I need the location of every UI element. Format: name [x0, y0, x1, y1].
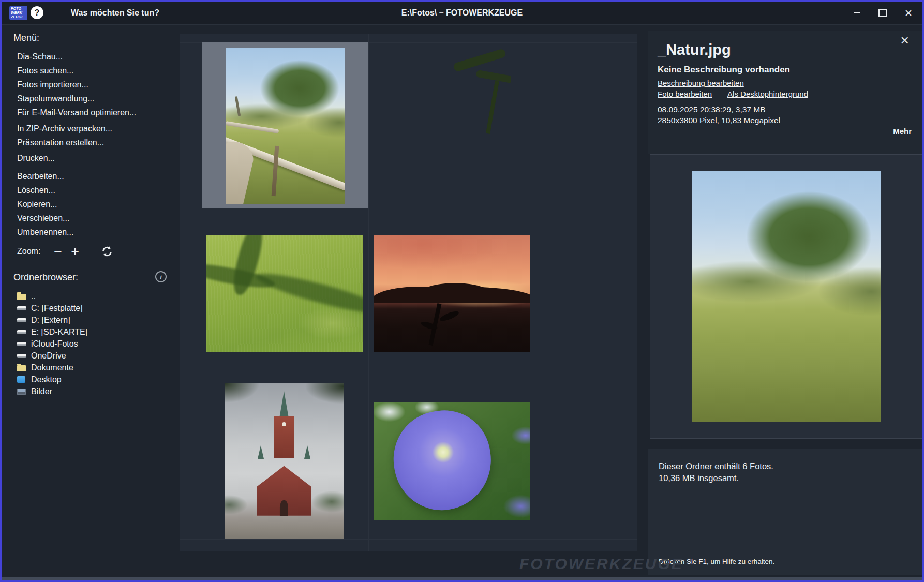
bottom-toolbar: ⚙ >_ [2, 574, 180, 575]
menu-item-drucken[interactable]: Drucken... [2, 151, 176, 165]
folder-item-d-drive[interactable]: D: [Extern] [17, 314, 176, 326]
sidebar: Menü: Dia-Schau... Fotos suchen... Fotos… [2, 25, 180, 580]
photo-thumbnail-sun-trees[interactable] [394, 47, 511, 203]
bottom-grip [2, 577, 922, 580]
no-description-label: Keine Beschreibung vorhanden [658, 65, 790, 75]
close-button[interactable]: ✕ [902, 6, 915, 20]
menu-item-stapelumwandlung[interactable]: Stapelumwandlung... [2, 92, 176, 106]
folder-item-label: iCloud-Fotos [31, 339, 78, 349]
logo-line: WERK- [11, 11, 27, 15]
photo-thumbnail-flower[interactable] [374, 402, 530, 520]
edit-description-link[interactable]: Beschreibung bearbeiten [658, 79, 744, 87]
photo-thumbnail-grass-shadow[interactable] [206, 235, 363, 352]
drive-icon [17, 318, 27, 322]
folder-item-label: .. [31, 292, 36, 301]
zoom-controls: Zoom: − + [17, 244, 113, 259]
drive-icon [17, 342, 27, 346]
title-bar: FOTO- WERK- ZEUGE ? Was möchten Sie tun?… [2, 2, 922, 25]
photo-date-size: 08.09.2025 20:38:29, 3,37 MB [658, 104, 780, 115]
picture-icon [17, 389, 27, 395]
folder-summary: Dieser Ordner enthält 6 Fotos. 10,36 MB … [659, 460, 773, 484]
watermark: FOTOWERKZEUGE [519, 555, 683, 573]
menu-item-praesentation[interactable]: Präsentation erstellen... [2, 136, 176, 150]
more-link[interactable]: Mehr [893, 127, 912, 136]
menu-item-fotos-suchen[interactable]: Fotos suchen... [2, 64, 176, 78]
toolbar-divider [2, 571, 180, 571]
folder-photo-count: Dieser Ordner enthält 6 Fotos. [659, 460, 773, 472]
help-button[interactable]: ? [31, 6, 43, 19]
prompt-label: Was möchten Sie tun? [71, 2, 159, 24]
menu-item-verschieben[interactable]: Verschieben... [2, 211, 176, 225]
folder-item-bilder[interactable]: Bilder [17, 385, 176, 397]
photo-metadata: 08.09.2025 20:38:29, 3,37 MB 2850x3800 P… [658, 104, 780, 126]
zoom-in-button[interactable]: + [71, 246, 79, 257]
folder-summary-panel: Dieser Ordner enthält 6 Fotos. 10,36 MB … [648, 449, 924, 575]
photo-thumbnail-church[interactable] [225, 383, 344, 539]
folder-item-up[interactable]: .. [17, 290, 176, 302]
folder-item-icloud[interactable]: iCloud-Fotos [17, 338, 176, 350]
folder-item-c-drive[interactable]: C: [Festplatte] [17, 302, 176, 314]
zoom-label: Zoom: [17, 247, 40, 256]
menu-item-zip-verpacken[interactable]: In ZIP-Archiv verpacken... [2, 122, 176, 136]
photo-thumbnail-sunset[interactable] [374, 235, 530, 352]
drive-icon [17, 306, 27, 310]
photo-preview-panel [650, 154, 922, 439]
photo-thumbnail-nature-fence[interactable] [226, 48, 345, 204]
folder-browser-header: Ordnerbrowser: [13, 272, 78, 283]
folder-item-e-drive[interactable]: E: [SD-KARTE] [17, 326, 176, 338]
desktop-icon [17, 376, 27, 383]
minimize-button[interactable] [850, 6, 863, 20]
photo-filename: _Natur.jpg [658, 41, 731, 58]
photo-details-panel: ✕ _Natur.jpg Keine Beschreibung vorhande… [648, 31, 924, 154]
app-logo-icon: FOTO- WERK- ZEUGE [9, 6, 27, 20]
zoom-out-button[interactable]: − [54, 246, 62, 257]
set-wallpaper-link[interactable]: Als Desktophintergrund [727, 89, 808, 98]
window-controls: ✕ [850, 2, 915, 24]
photo-dimensions: 2850x3800 Pixel, 10,83 Megapixel [658, 115, 780, 126]
folder-item-label: Desktop [31, 375, 62, 384]
folder-item-dokumente[interactable]: Dokumente [17, 362, 176, 374]
menu-list: Dia-Schau... Fotos suchen... Fotos impor… [2, 50, 176, 239]
drive-icon [17, 354, 27, 358]
folder-item-label: OneDrive [31, 351, 66, 361]
menu-item-kopieren[interactable]: Kopieren... [2, 197, 176, 211]
menu-item-email-optimieren[interactable]: Für E-Mail-Versand optimieren... [2, 106, 176, 120]
menu-item-fotos-importieren[interactable]: Fotos importieren... [2, 78, 176, 92]
folder-item-onedrive[interactable]: OneDrive [17, 350, 176, 362]
photo-grid [180, 34, 637, 551]
sidebar-divider [8, 264, 175, 264]
action-links: Foto bearbeiten Als Desktophintergrund [658, 89, 808, 98]
photo-preview [692, 171, 881, 422]
folder-item-label: D: [Extern] [31, 316, 70, 325]
folder-item-label: E: [SD-KARTE] [31, 327, 87, 337]
folder-item-label: Dokumente [31, 363, 73, 372]
menu-item-loeschen[interactable]: Löschen... [2, 183, 176, 197]
menu-header: Menü: [13, 33, 39, 43]
refresh-icon[interactable] [101, 245, 113, 258]
folder-total-size: 10,36 MB insgesamt. [659, 472, 773, 484]
close-details-icon[interactable]: ✕ [900, 35, 910, 47]
maximize-button[interactable] [876, 6, 889, 20]
folder-icon [17, 293, 27, 300]
folder-list: .. C: [Festplatte] D: [Extern] E: [SD-KA… [17, 290, 176, 397]
logo-line: FOTO- [11, 7, 27, 11]
edit-photo-link[interactable]: Foto bearbeiten [658, 89, 712, 98]
logo-line: ZEUGE [11, 15, 27, 19]
menu-item-diaschau[interactable]: Dia-Schau... [2, 50, 176, 64]
menu-item-bearbeiten[interactable]: Bearbeiten... [2, 169, 176, 183]
folder-item-desktop[interactable]: Desktop [17, 374, 176, 385]
app-window: FOTO- WERK- ZEUGE ? Was möchten Sie tun?… [0, 0, 924, 582]
menu-item-umbenennen[interactable]: Umbenennen... [2, 225, 176, 239]
info-icon[interactable]: i [155, 271, 167, 282]
folder-item-label: C: [Festplatte] [31, 304, 83, 313]
drive-icon [17, 330, 27, 334]
folder-icon [17, 364, 27, 371]
folder-item-label: Bilder [31, 387, 52, 396]
